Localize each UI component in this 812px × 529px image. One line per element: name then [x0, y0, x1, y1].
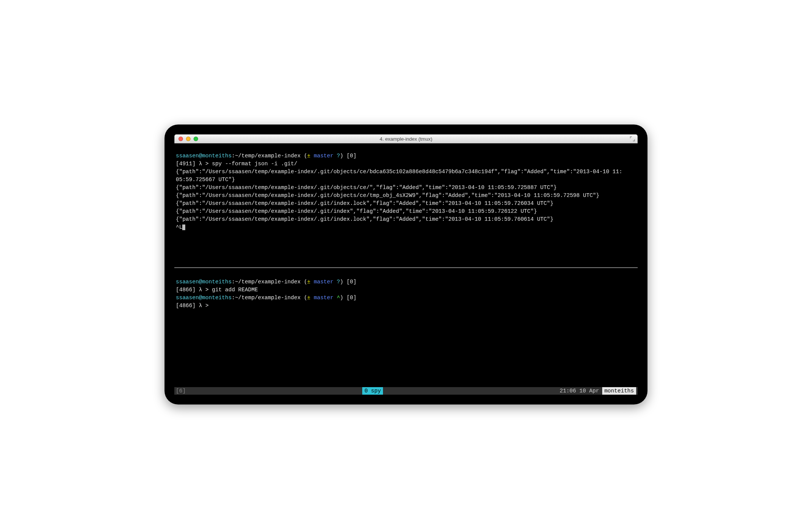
cursor-icon	[182, 225, 185, 230]
prompt-path: :~/temp/example-index	[232, 153, 304, 159]
output-line: {"path":"/Users/ssaasen/temp/example-ind…	[176, 216, 554, 222]
command-text: git add README	[212, 287, 258, 293]
tmux-status-bar: [6] 0 spy 21:06 10 Apr monteiths	[174, 387, 638, 395]
git-status: ^	[337, 295, 340, 301]
plus-minus-icon: ±	[307, 295, 311, 301]
fullscreen-icon[interactable]	[630, 136, 635, 141]
titlebar: 4. example-index (tmux)	[174, 134, 638, 143]
git-open: (	[304, 153, 307, 159]
cmd-prefix: [4866] λ >	[176, 287, 212, 293]
git-close: )	[340, 279, 343, 285]
output-line: {"path":"/Users/ssaasen/temp/example-ind…	[176, 185, 557, 191]
plus-minus-icon: ±	[307, 153, 311, 159]
prompt-path: :~/temp/example-index	[232, 295, 304, 301]
git-close: )	[340, 153, 343, 159]
prompt-user-host: ssaasen@monteiths	[176, 279, 232, 285]
prompt-user-host: ssaasen@monteiths	[176, 153, 232, 159]
output-line: {"path":"/Users/ssaasen/temp/example-ind…	[176, 169, 622, 175]
output-line: 05:59.725667 UTC"}	[176, 177, 235, 183]
terminal-window: 4. example-index (tmux) ssaasen@monteith…	[165, 125, 647, 404]
prompt-user-host: ssaasen@monteiths	[176, 295, 232, 301]
status-active-window[interactable]: 0 spy	[362, 387, 383, 395]
prompt-path: :~/temp/example-index	[232, 279, 304, 285]
prompt-trail: [0]	[343, 279, 357, 285]
output-line: {"path":"/Users/ssaasen/temp/example-ind…	[176, 192, 599, 198]
git-branch: master	[311, 279, 337, 285]
cmd-prefix: [4866] λ >	[176, 303, 212, 309]
prompt-trail: [0]	[343, 295, 357, 301]
window-title: 4. example-index (tmux)	[175, 136, 637, 142]
output-line: {"path":"/Users/ssaasen/temp/example-ind…	[176, 208, 537, 214]
tmux-pane-top[interactable]: ssaasen@monteiths:~/temp/example-index (…	[174, 143, 638, 268]
output-line: {"path":"/Users/ssaasen/temp/example-ind…	[176, 200, 554, 206]
git-branch: master	[311, 295, 337, 301]
git-status: ?	[337, 279, 340, 285]
git-open: (	[304, 279, 307, 285]
git-status: ?	[337, 153, 340, 159]
ctrl-sequence: ^L	[176, 224, 182, 230]
cmd-prefix: [4911] λ >	[176, 161, 212, 167]
git-open: (	[304, 295, 307, 301]
git-branch: master	[311, 153, 337, 159]
git-close: )	[340, 295, 343, 301]
command-text: spy --format json -i .git/	[212, 161, 297, 167]
status-host: monteiths	[602, 387, 636, 395]
prompt-trail: [0]	[343, 153, 357, 159]
status-clock: 21:06 10 Apr	[560, 388, 602, 394]
plus-minus-icon: ±	[307, 279, 311, 285]
tmux-pane-bottom[interactable]: ssaasen@monteiths:~/temp/example-index (…	[174, 268, 638, 387]
status-session: [6]	[176, 388, 186, 394]
